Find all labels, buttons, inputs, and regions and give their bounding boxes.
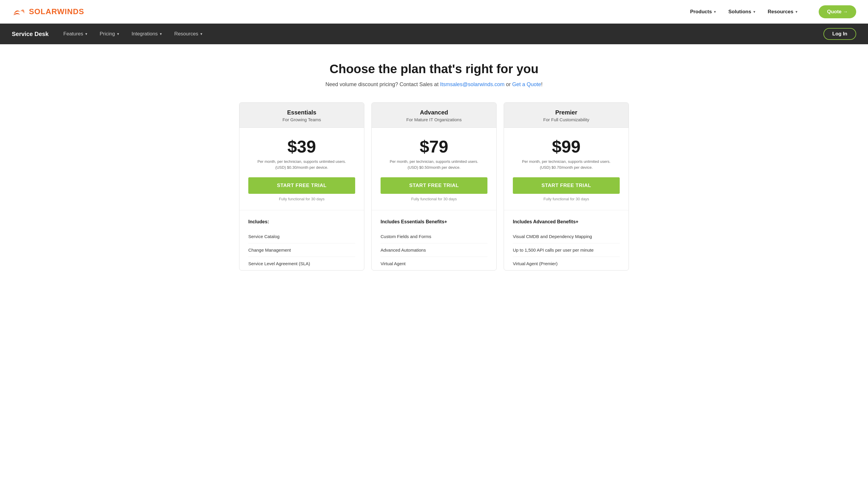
essentials-features-title: Includes: xyxy=(248,219,355,224)
email-link[interactable]: Itsmsales@solarwinds.com xyxy=(440,81,504,87)
essentials-trial-note: Fully functional for 30 days xyxy=(248,197,355,201)
essentials-features: Includes: Service Catalog Change Managem… xyxy=(240,210,364,270)
advanced-card: Advanced For Mature IT Organizations $79… xyxy=(372,102,496,271)
logo-text: SOLARWINDS xyxy=(29,7,84,16)
premier-features-title: Includes Advanced Benefits+ xyxy=(513,219,620,224)
advanced-price: $79 xyxy=(380,137,488,156)
chevron-down-icon: ▼ xyxy=(117,32,120,36)
sub-nav-links: Features ▼ Pricing ▼ Integrations ▼ Reso… xyxy=(64,31,823,37)
nav-products[interactable]: Products ▼ xyxy=(690,9,717,15)
advanced-header: Advanced For Mature IT Organizations xyxy=(372,103,496,128)
essentials-plan-sub: For Growing Teams xyxy=(245,117,358,122)
top-nav-links: Products ▼ Solutions ▼ Resources ▼ Quote… xyxy=(690,5,856,18)
pricing-grid: Essentials For Growing Teams $39 Per mon… xyxy=(239,102,629,271)
logo-area: SOLARWINDS xyxy=(12,6,690,18)
essentials-body: $39 Per month, per technician, supports … xyxy=(240,128,364,207)
page-subheading: Need volume discount pricing? Contact Sa… xyxy=(239,81,629,88)
list-item: Up to 1,500 API calls per user per minut… xyxy=(513,243,620,257)
essentials-card: Essentials For Growing Teams $39 Per mon… xyxy=(239,102,364,271)
sub-nav-brand: Service Desk xyxy=(12,31,49,37)
essentials-trial-button[interactable]: START FREE TRIAL xyxy=(248,177,355,194)
list-item: Advanced Automations xyxy=(380,243,488,257)
premier-price-desc: Per month, per technician, supports unli… xyxy=(513,159,620,170)
essentials-price-desc: Per month, per technician, supports unli… xyxy=(248,159,355,170)
quote-button[interactable]: Quote → xyxy=(819,5,856,18)
premier-body: $99 Per month, per technician, supports … xyxy=(504,128,628,207)
advanced-trial-button[interactable]: START FREE TRIAL xyxy=(380,177,488,194)
chevron-down-icon: ▼ xyxy=(753,10,756,14)
solarwinds-logo-icon xyxy=(12,6,26,18)
subnav-integrations[interactable]: Integrations ▼ xyxy=(131,31,162,37)
list-item: Virtual Agent xyxy=(380,257,488,270)
advanced-features-title: Includes Essentials Benefits+ xyxy=(380,219,488,224)
advanced-features: Includes Essentials Benefits+ Custom Fie… xyxy=(372,210,496,270)
premier-header: Premier For Full Customizability xyxy=(504,103,628,128)
essentials-price: $39 xyxy=(248,137,355,156)
subnav-features[interactable]: Features ▼ xyxy=(64,31,88,37)
list-item: Service Level Agreement (SLA) xyxy=(248,257,355,270)
chevron-down-icon: ▼ xyxy=(85,32,88,36)
advanced-trial-note: Fully functional for 30 days xyxy=(380,197,488,201)
premier-trial-note: Fully functional for 30 days xyxy=(513,197,620,201)
top-nav: SOLARWINDS Products ▼ Solutions ▼ Resour… xyxy=(0,0,868,23)
chevron-down-icon: ▼ xyxy=(200,32,203,36)
chevron-down-icon: ▼ xyxy=(795,10,798,14)
quote-link[interactable]: Get a Quote xyxy=(512,81,541,87)
login-button[interactable]: Log In xyxy=(823,28,856,40)
essentials-plan-name: Essentials xyxy=(245,109,358,116)
subnav-pricing[interactable]: Pricing ▼ xyxy=(100,31,120,37)
list-item: Change Management xyxy=(248,243,355,257)
premier-plan-name: Premier xyxy=(510,109,623,116)
advanced-plan-name: Advanced xyxy=(378,109,490,116)
chevron-down-icon: ▼ xyxy=(159,32,162,36)
list-item: Service Catalog xyxy=(248,230,355,243)
page-heading: Choose the plan that's right for you xyxy=(239,62,629,76)
premier-plan-sub: For Full Customizability xyxy=(510,117,623,122)
list-item: Virtual Agent (Premier) xyxy=(513,257,620,270)
list-item: Visual CMDB and Dependency Mapping xyxy=(513,230,620,243)
essentials-header: Essentials For Growing Teams xyxy=(240,103,364,128)
sub-nav: Service Desk Features ▼ Pricing ▼ Integr… xyxy=(0,23,868,44)
subnav-resources[interactable]: Resources ▼ xyxy=(174,31,203,37)
main-content: Choose the plan that's right for you Nee… xyxy=(227,44,641,282)
chevron-down-icon: ▼ xyxy=(713,10,717,14)
list-item: Custom Fields and Forms xyxy=(380,230,488,243)
premier-features: Includes Advanced Benefits+ Visual CMDB … xyxy=(504,210,628,270)
advanced-price-desc: Per month, per technician, supports unli… xyxy=(380,159,488,170)
premier-price: $99 xyxy=(513,137,620,156)
premier-trial-button[interactable]: START FREE TRIAL xyxy=(513,177,620,194)
nav-resources[interactable]: Resources ▼ xyxy=(768,9,798,15)
advanced-body: $79 Per month, per technician, supports … xyxy=(372,128,496,207)
premier-card: Premier For Full Customizability $99 Per… xyxy=(504,102,629,271)
advanced-plan-sub: For Mature IT Organizations xyxy=(378,117,490,122)
nav-solutions[interactable]: Solutions ▼ xyxy=(728,9,756,15)
